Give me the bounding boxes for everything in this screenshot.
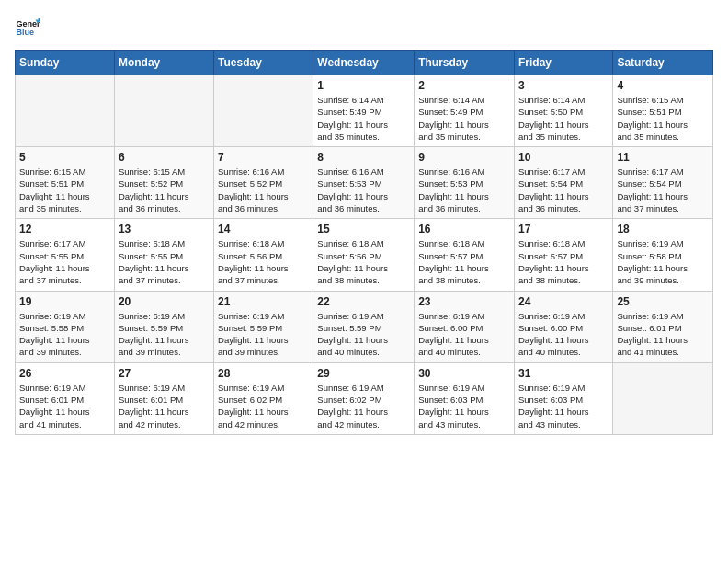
calendar-cell: 20Sunrise: 6:19 AM Sunset: 5:59 PM Dayli… xyxy=(114,291,213,362)
calendar-cell: 11Sunrise: 6:17 AM Sunset: 5:54 PM Dayli… xyxy=(613,147,713,219)
day-header-wednesday: Wednesday xyxy=(313,51,415,75)
day-header-tuesday: Tuesday xyxy=(214,51,313,75)
day-info: Sunrise: 6:19 AM Sunset: 6:00 PM Dayligh… xyxy=(418,310,510,359)
calendar-cell: 17Sunrise: 6:18 AM Sunset: 5:57 PM Dayli… xyxy=(514,219,612,291)
day-number: 3 xyxy=(518,79,609,92)
calendar-cell: 30Sunrise: 6:19 AM Sunset: 6:03 PM Dayli… xyxy=(415,362,515,434)
day-header-monday: Monday xyxy=(114,51,213,75)
day-info: Sunrise: 6:18 AM Sunset: 5:56 PM Dayligh… xyxy=(218,237,309,286)
day-number: 6 xyxy=(119,151,210,164)
week-row-5: 26Sunrise: 6:19 AM Sunset: 6:01 PM Dayli… xyxy=(16,362,713,434)
calendar-cell: 23Sunrise: 6:19 AM Sunset: 6:00 PM Dayli… xyxy=(415,291,515,362)
calendar-cell: 2Sunrise: 6:14 AM Sunset: 5:49 PM Daylig… xyxy=(415,75,515,147)
calendar-cell: 28Sunrise: 6:19 AM Sunset: 6:02 PM Dayli… xyxy=(214,362,313,434)
day-number: 12 xyxy=(19,223,110,236)
day-header-saturday: Saturday xyxy=(613,51,713,75)
day-info: Sunrise: 6:14 AM Sunset: 5:49 PM Dayligh… xyxy=(418,94,510,143)
day-number: 29 xyxy=(317,367,410,380)
week-row-1: 1Sunrise: 6:14 AM Sunset: 5:49 PM Daylig… xyxy=(16,75,713,147)
day-number: 27 xyxy=(119,367,210,380)
calendar-cell: 24Sunrise: 6:19 AM Sunset: 6:00 PM Dayli… xyxy=(514,291,612,362)
calendar-cell: 8Sunrise: 6:16 AM Sunset: 5:53 PM Daylig… xyxy=(313,147,415,219)
day-number: 13 xyxy=(119,223,210,236)
calendar-cell xyxy=(114,75,213,147)
calendar-cell: 29Sunrise: 6:19 AM Sunset: 6:02 PM Dayli… xyxy=(313,362,415,434)
day-number: 26 xyxy=(19,367,110,380)
svg-text:Blue: Blue xyxy=(16,28,34,37)
day-number: 14 xyxy=(218,223,309,236)
day-info: Sunrise: 6:19 AM Sunset: 6:03 PM Dayligh… xyxy=(518,382,609,431)
day-number: 24 xyxy=(518,295,609,308)
calendar-cell: 25Sunrise: 6:19 AM Sunset: 6:01 PM Dayli… xyxy=(613,291,713,362)
calendar-cell: 13Sunrise: 6:18 AM Sunset: 5:55 PM Dayli… xyxy=(114,219,213,291)
day-info: Sunrise: 6:16 AM Sunset: 5:52 PM Dayligh… xyxy=(218,166,309,214)
day-number: 30 xyxy=(418,367,510,380)
day-number: 23 xyxy=(418,295,510,308)
day-number: 28 xyxy=(218,367,309,380)
logo-icon: General Blue xyxy=(15,15,40,40)
day-header-friday: Friday xyxy=(514,51,612,75)
calendar-cell: 22Sunrise: 6:19 AM Sunset: 5:59 PM Dayli… xyxy=(313,291,415,362)
day-info: Sunrise: 6:17 AM Sunset: 5:54 PM Dayligh… xyxy=(617,166,709,214)
day-info: Sunrise: 6:19 AM Sunset: 5:58 PM Dayligh… xyxy=(19,310,110,359)
page-header: General Blue xyxy=(15,15,713,40)
day-number: 1 xyxy=(317,79,410,92)
week-row-2: 5Sunrise: 6:15 AM Sunset: 5:51 PM Daylig… xyxy=(16,147,713,219)
day-info: Sunrise: 6:15 AM Sunset: 5:52 PM Dayligh… xyxy=(119,166,210,214)
day-number: 16 xyxy=(418,223,510,236)
day-number: 8 xyxy=(317,151,410,164)
calendar-cell: 4Sunrise: 6:15 AM Sunset: 5:51 PM Daylig… xyxy=(613,75,713,147)
calendar-cell: 5Sunrise: 6:15 AM Sunset: 5:51 PM Daylig… xyxy=(16,147,115,219)
day-info: Sunrise: 6:16 AM Sunset: 5:53 PM Dayligh… xyxy=(418,166,510,214)
day-info: Sunrise: 6:18 AM Sunset: 5:56 PM Dayligh… xyxy=(317,237,410,286)
day-number: 22 xyxy=(317,295,410,308)
calendar-cell xyxy=(613,362,713,434)
day-info: Sunrise: 6:16 AM Sunset: 5:53 PM Dayligh… xyxy=(317,166,410,214)
calendar-cell: 16Sunrise: 6:18 AM Sunset: 5:57 PM Dayli… xyxy=(415,219,515,291)
day-info: Sunrise: 6:19 AM Sunset: 6:03 PM Dayligh… xyxy=(418,382,510,431)
day-header-thursday: Thursday xyxy=(415,51,515,75)
day-number: 17 xyxy=(518,223,609,236)
day-number: 25 xyxy=(617,295,709,308)
calendar-cell: 6Sunrise: 6:15 AM Sunset: 5:52 PM Daylig… xyxy=(114,147,213,219)
calendar-cell: 27Sunrise: 6:19 AM Sunset: 6:01 PM Dayli… xyxy=(114,362,213,434)
day-number: 15 xyxy=(317,223,410,236)
calendar-cell: 19Sunrise: 6:19 AM Sunset: 5:58 PM Dayli… xyxy=(16,291,115,362)
day-info: Sunrise: 6:15 AM Sunset: 5:51 PM Dayligh… xyxy=(617,94,709,143)
day-number: 10 xyxy=(518,151,609,164)
day-number: 11 xyxy=(617,151,709,164)
day-info: Sunrise: 6:19 AM Sunset: 6:01 PM Dayligh… xyxy=(19,382,110,431)
day-header-row: SundayMondayTuesdayWednesdayThursdayFrid… xyxy=(16,51,713,75)
day-header-sunday: Sunday xyxy=(16,51,115,75)
calendar-cell: 14Sunrise: 6:18 AM Sunset: 5:56 PM Dayli… xyxy=(214,219,313,291)
calendar-table: SundayMondayTuesdayWednesdayThursdayFrid… xyxy=(15,50,713,435)
calendar-cell: 10Sunrise: 6:17 AM Sunset: 5:54 PM Dayli… xyxy=(514,147,612,219)
day-info: Sunrise: 6:19 AM Sunset: 5:59 PM Dayligh… xyxy=(218,310,309,359)
day-number: 2 xyxy=(418,79,510,92)
calendar-header: SundayMondayTuesdayWednesdayThursdayFrid… xyxy=(16,51,713,75)
calendar-cell: 1Sunrise: 6:14 AM Sunset: 5:49 PM Daylig… xyxy=(313,75,415,147)
calendar-cell xyxy=(16,75,115,147)
day-number: 5 xyxy=(19,151,110,164)
day-info: Sunrise: 6:18 AM Sunset: 5:57 PM Dayligh… xyxy=(418,237,510,286)
calendar-cell: 18Sunrise: 6:19 AM Sunset: 5:58 PM Dayli… xyxy=(613,219,713,291)
calendar-cell: 12Sunrise: 6:17 AM Sunset: 5:55 PM Dayli… xyxy=(16,219,115,291)
day-info: Sunrise: 6:19 AM Sunset: 5:58 PM Dayligh… xyxy=(617,237,709,286)
day-number: 31 xyxy=(518,367,609,380)
day-info: Sunrise: 6:19 AM Sunset: 6:01 PM Dayligh… xyxy=(119,382,210,431)
day-info: Sunrise: 6:18 AM Sunset: 5:55 PM Dayligh… xyxy=(119,237,210,286)
day-info: Sunrise: 6:14 AM Sunset: 5:49 PM Dayligh… xyxy=(317,94,410,143)
day-number: 19 xyxy=(19,295,110,308)
calendar-cell: 3Sunrise: 6:14 AM Sunset: 5:50 PM Daylig… xyxy=(514,75,612,147)
week-row-4: 19Sunrise: 6:19 AM Sunset: 5:58 PM Dayli… xyxy=(16,291,713,362)
day-info: Sunrise: 6:19 AM Sunset: 6:01 PM Dayligh… xyxy=(617,310,709,359)
day-info: Sunrise: 6:19 AM Sunset: 5:59 PM Dayligh… xyxy=(119,310,210,359)
calendar-cell: 26Sunrise: 6:19 AM Sunset: 6:01 PM Dayli… xyxy=(16,362,115,434)
day-info: Sunrise: 6:19 AM Sunset: 6:00 PM Dayligh… xyxy=(518,310,609,359)
day-number: 9 xyxy=(418,151,510,164)
calendar-cell: 21Sunrise: 6:19 AM Sunset: 5:59 PM Dayli… xyxy=(214,291,313,362)
calendar-cell: 31Sunrise: 6:19 AM Sunset: 6:03 PM Dayli… xyxy=(514,362,612,434)
day-info: Sunrise: 6:19 AM Sunset: 6:02 PM Dayligh… xyxy=(218,382,309,431)
day-info: Sunrise: 6:17 AM Sunset: 5:54 PM Dayligh… xyxy=(518,166,609,214)
day-number: 7 xyxy=(218,151,309,164)
